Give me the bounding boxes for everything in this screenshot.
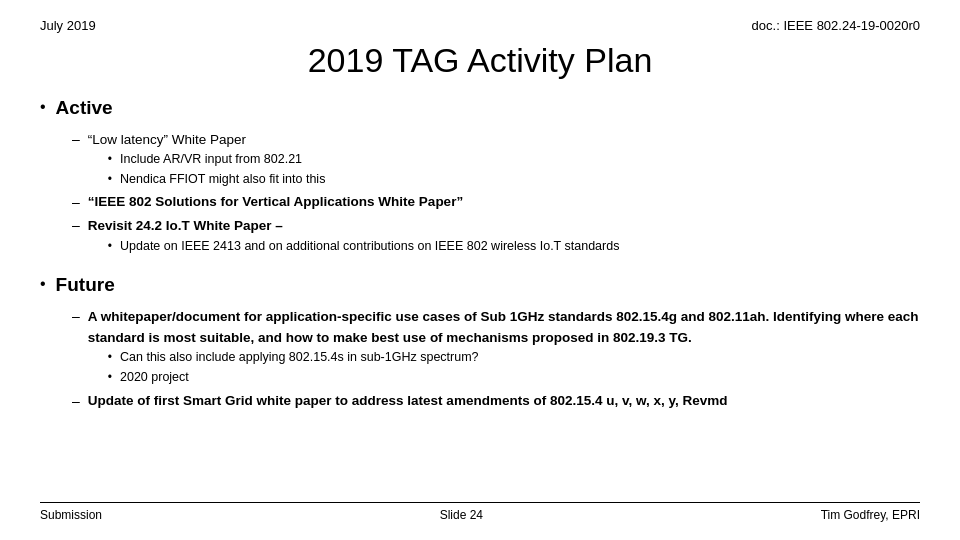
future-item-1-text: A whitepaper/document for application-sp… bbox=[88, 309, 919, 345]
dash-3: – bbox=[72, 215, 80, 236]
future-item-1-content: A whitepaper/document for application-sp… bbox=[88, 306, 920, 389]
footer-right: Tim Godfrey, EPRI bbox=[821, 508, 920, 522]
sub-item-text: Can this also include applying 802.15.4s… bbox=[120, 348, 479, 367]
future-item-1: – A whitepaper/document for application-… bbox=[72, 306, 920, 389]
active-item-3: – Revisit 24.2 Io.T White Paper – • Upda… bbox=[72, 215, 920, 257]
future-dash-1: – bbox=[72, 306, 80, 327]
active-bullet: • Active bbox=[40, 94, 920, 123]
footer-left: Submission bbox=[40, 508, 102, 522]
future-bullet: • Future bbox=[40, 271, 920, 300]
header: July 2019 doc.: IEEE 802.24-19-0020r0 bbox=[40, 18, 920, 33]
future-item-1-sub: • Can this also include applying 802.15.… bbox=[108, 348, 920, 387]
dash-1: – bbox=[72, 129, 80, 150]
dash-2: – bbox=[72, 192, 80, 213]
active-item-1-text: “Low latency” White Paper bbox=[88, 132, 246, 147]
content-area: • Active – “Low latency” White Paper • I… bbox=[40, 94, 920, 498]
active-item-1-sub: • Include AR/VR input from 802.21 • Nend… bbox=[108, 150, 326, 189]
footer: Submission Slide 24 Tim Godfrey, EPRI bbox=[40, 502, 920, 522]
list-item: • Can this also include applying 802.15.… bbox=[108, 348, 920, 367]
future-item-2: – Update of first Smart Grid white paper… bbox=[72, 391, 920, 412]
active-item-1-content: “Low latency” White Paper • Include AR/V… bbox=[88, 129, 326, 191]
footer-center: Slide 24 bbox=[440, 508, 483, 522]
active-item-3-text: Revisit 24.2 Io.T White Paper – bbox=[88, 218, 283, 233]
header-date: July 2019 bbox=[40, 18, 96, 33]
list-item: • Nendica FFIOT might also fit into this bbox=[108, 170, 326, 189]
active-item-2: – “IEEE 802 Solutions for Vertical Appli… bbox=[72, 192, 920, 213]
active-item-3-content: Revisit 24.2 Io.T White Paper – • Update… bbox=[88, 215, 620, 257]
header-doc: doc.: IEEE 802.24-19-0020r0 bbox=[752, 18, 920, 33]
active-item-2-text: “IEEE 802 Solutions for Vertical Applica… bbox=[88, 192, 463, 212]
future-dash-2: – bbox=[72, 391, 80, 412]
slide-title: 2019 TAG Activity Plan bbox=[40, 41, 920, 80]
sub-item-text: 2020 project bbox=[120, 368, 189, 387]
future-bullet-dot: • bbox=[40, 272, 46, 296]
slide: July 2019 doc.: IEEE 802.24-19-0020r0 20… bbox=[0, 0, 960, 540]
sub-item-text: Include AR/VR input from 802.21 bbox=[120, 150, 302, 169]
list-item: • Update on IEEE 2413 and on additional … bbox=[108, 237, 620, 256]
future-label: Future bbox=[56, 271, 115, 300]
future-sub-list: – A whitepaper/document for application-… bbox=[72, 306, 920, 412]
sub-item-text: Update on IEEE 2413 and on additional co… bbox=[120, 237, 619, 256]
active-sub-list: – “Low latency” White Paper • Include AR… bbox=[72, 129, 920, 258]
active-item-1: – “Low latency” White Paper • Include AR… bbox=[72, 129, 920, 191]
sub-item-text: Nendica FFIOT might also fit into this bbox=[120, 170, 325, 189]
list-item: • 2020 project bbox=[108, 368, 920, 387]
active-bullet-dot: • bbox=[40, 95, 46, 119]
future-item-2-text: Update of first Smart Grid white paper t… bbox=[88, 391, 728, 411]
active-label: Active bbox=[56, 94, 113, 123]
list-item: • Include AR/VR input from 802.21 bbox=[108, 150, 326, 169]
active-item-3-sub: • Update on IEEE 2413 and on additional … bbox=[108, 237, 620, 256]
